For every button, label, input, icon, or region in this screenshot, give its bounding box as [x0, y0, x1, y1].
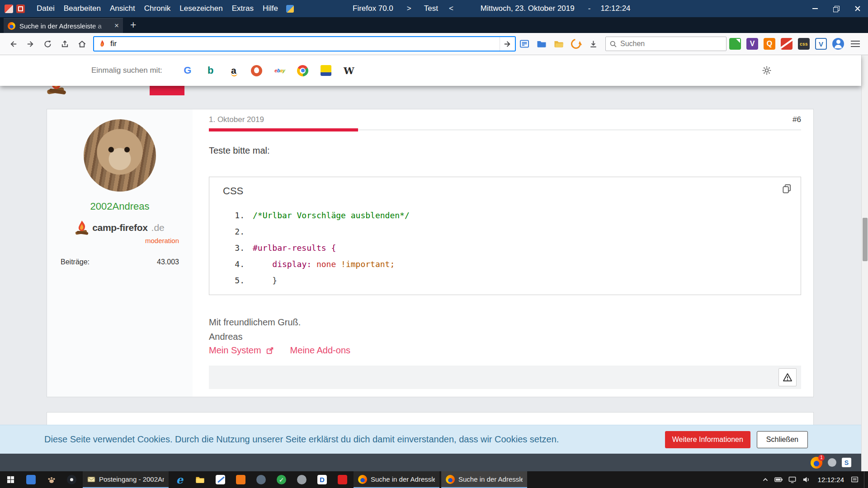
taskbar-app-dark[interactable]: [61, 471, 82, 488]
engine-google-button[interactable]: G: [181, 64, 194, 77]
brand-tld: .de: [151, 222, 165, 233]
menu-hilfe[interactable]: Hilfe: [258, 4, 283, 13]
start-button[interactable]: [0, 471, 21, 488]
taskbar-app-edge[interactable]: e: [170, 471, 190, 488]
volume-icon[interactable]: [802, 475, 811, 484]
username[interactable]: 2002Andreas: [90, 201, 150, 212]
browser-tab[interactable]: Suche in der Adressleiste a ×: [4, 18, 123, 33]
extension-red-button[interactable]: [778, 36, 795, 52]
user-avatar[interactable]: [84, 119, 156, 192]
menu-bearbeiten[interactable]: Bearbeiten: [59, 4, 105, 13]
code-line: 1. /*Urlbar Vorschläge ausblenden*/: [223, 207, 792, 223]
back-icon: [9, 40, 18, 48]
url-input[interactable]: [110, 39, 500, 48]
cookie-close-button[interactable]: Schließen: [757, 431, 808, 448]
new-tab-button[interactable]: +: [130, 19, 136, 31]
scrollbar-thumb[interactable]: [863, 218, 868, 261]
taskbar-app-notes[interactable]: [210, 471, 231, 488]
extension-green-button[interactable]: [726, 36, 744, 52]
taskbar-app-1[interactable]: [21, 471, 41, 488]
brand-name: camp-firefox: [92, 222, 147, 233]
engine-wikipedia-button[interactable]: W: [343, 64, 355, 77]
extension-v-blue-button[interactable]: V: [812, 36, 830, 52]
tab-bar: Suche in der Adressleiste a × +: [0, 17, 868, 33]
menu-lesezeichen[interactable]: Lesezeichen: [175, 4, 227, 13]
reader-list-button[interactable]: [516, 36, 533, 52]
downloads-button[interactable]: [585, 36, 602, 52]
menu-button[interactable]: [847, 36, 864, 52]
search-input[interactable]: [620, 40, 722, 48]
line-number: 1.: [223, 211, 245, 220]
engine-leo-button[interactable]: [320, 64, 332, 77]
close-button[interactable]: [847, 0, 868, 17]
taskbar-window-mail[interactable]: Posteingang - 2002An...: [83, 471, 169, 488]
taskbar-app-gray[interactable]: [292, 471, 312, 488]
taskbar-app-paw[interactable]: [41, 471, 61, 488]
menu-ansicht[interactable]: Ansicht: [105, 4, 140, 13]
restore-button[interactable]: [826, 0, 847, 17]
taskbar-app-orange[interactable]: [231, 471, 251, 488]
action-center-icon[interactable]: [850, 475, 859, 484]
bookmarks-folder-button[interactable]: [533, 36, 550, 52]
app-icon-gray: [297, 475, 307, 484]
menu-datei[interactable]: Datei: [32, 4, 59, 13]
extension-css-button[interactable]: css: [795, 36, 812, 52]
back-button[interactable]: [5, 36, 22, 52]
taskbar-app-d[interactable]: D: [312, 471, 332, 488]
post-number[interactable]: #6: [793, 115, 801, 124]
taskbar-window-fir efox-1[interactable]: Suche in der Adresslei...: [354, 471, 439, 488]
taskbar-clock[interactable]: 12:12:24: [818, 476, 844, 483]
edit-icon[interactable]: [286, 5, 294, 13]
page-scrollbar[interactable]: [861, 55, 868, 471]
open-folder-button[interactable]: [550, 36, 567, 52]
home-button[interactable]: [73, 36, 90, 52]
engine-duckduckgo-button[interactable]: [250, 64, 263, 77]
post-text: Teste bitte mal:: [209, 145, 801, 156]
urlbar-oneoff-panel: Einmalig suchen mit: G b a ebay W: [0, 55, 861, 86]
titlebar-info: Firefox 70.0 > Test < Mittwoch, 23. Okto…: [353, 0, 631, 17]
copy-code-button[interactable]: [782, 183, 792, 194]
reload-button[interactable]: [39, 36, 56, 52]
menu-chronik[interactable]: Chronik: [140, 4, 175, 13]
network-icon[interactable]: [788, 475, 797, 484]
sync-button[interactable]: [567, 36, 585, 52]
firefox-float-icon[interactable]: 1: [811, 457, 822, 469]
engine-amazon-button[interactable]: a: [227, 64, 240, 77]
extension-v-purple-button[interactable]: V: [744, 36, 761, 52]
engine-bing-button[interactable]: b: [204, 64, 217, 77]
taskbar-app-steel[interactable]: [251, 471, 271, 488]
taskbar-app-red[interactable]: [332, 471, 353, 488]
search-settings-button[interactable]: [762, 66, 772, 75]
tray-expand-icon[interactable]: [761, 476, 769, 484]
account-button[interactable]: [830, 36, 847, 52]
folder-icon: [195, 476, 205, 483]
my-system-link[interactable]: Mein System: [209, 345, 261, 356]
url-bar[interactable]: [93, 36, 516, 52]
battery-icon[interactable]: [774, 475, 783, 484]
forward-button[interactable]: [22, 36, 39, 52]
minimize-button[interactable]: [804, 0, 826, 17]
addon-icon-2[interactable]: [16, 5, 25, 13]
float-gray-icon[interactable]: [828, 458, 836, 467]
show-desktop-button[interactable]: [864, 471, 866, 488]
posts-value[interactable]: 43.003: [157, 258, 179, 266]
my-addons-link[interactable]: Meine Add-ons: [290, 345, 350, 356]
report-post-button[interactable]: [778, 368, 797, 386]
extension-q-button[interactable]: Q: [761, 36, 778, 52]
engine-ebay-button[interactable]: ebay: [274, 64, 286, 77]
taskbar-app-green-check[interactable]: ✓: [271, 471, 292, 488]
taskbar-app-explorer[interactable]: [190, 471, 210, 488]
tab-close-icon[interactable]: ×: [114, 21, 119, 30]
float-s-icon[interactable]: S: [842, 458, 851, 467]
code-text: }: [253, 276, 277, 285]
engine-chrome-button[interactable]: [297, 64, 309, 77]
save-page-button[interactable]: [56, 36, 73, 52]
go-button[interactable]: [500, 37, 515, 51]
addon-icon-1[interactable]: [5, 5, 13, 13]
cookie-more-info-button[interactable]: Weitere Informationen: [665, 431, 750, 448]
menu-extras[interactable]: Extras: [227, 4, 258, 13]
post-date[interactable]: 1. Oktober 2019: [209, 115, 264, 124]
cookie-message: Diese Seite verwendet Cookies. Durch die…: [44, 434, 559, 445]
search-bar[interactable]: [605, 37, 726, 51]
taskbar-window-firefox-2[interactable]: Suche in der Adresslei...: [441, 471, 527, 488]
